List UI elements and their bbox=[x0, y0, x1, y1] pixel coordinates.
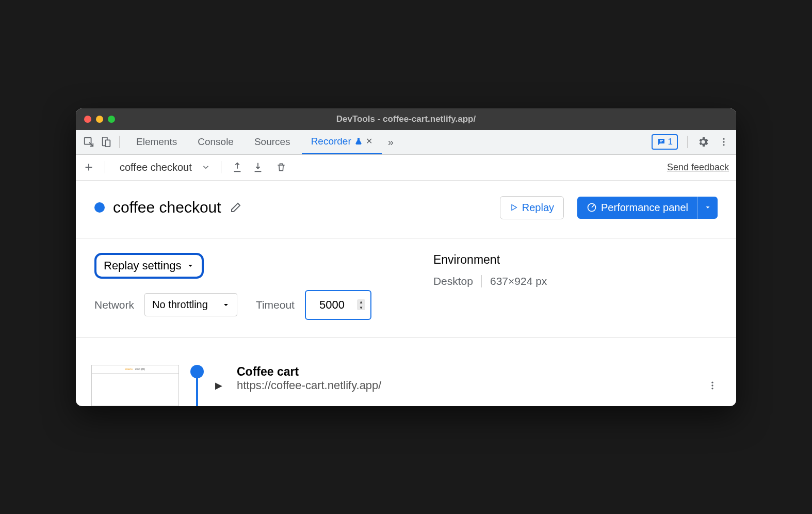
titlebar: DevTools - coffee-cart.netlify.app/ bbox=[76, 108, 736, 130]
step-title: Coffee cart bbox=[237, 365, 381, 379]
svg-point-7 bbox=[723, 144, 724, 146]
replay-button[interactable]: Replay bbox=[500, 196, 564, 219]
environment-col: Environment Desktop 637×924 px bbox=[433, 253, 547, 320]
close-tab-icon[interactable]: ✕ bbox=[366, 136, 372, 146]
new-recording-icon[interactable] bbox=[83, 162, 94, 173]
environment-dimensions: 637×924 px bbox=[490, 275, 547, 287]
minimize-window-button[interactable] bbox=[96, 116, 103, 123]
tab-recorder[interactable]: Recorder ✕ bbox=[302, 130, 382, 154]
replay-settings-col: Replay settings Network No throttling Ti… bbox=[94, 253, 371, 320]
kebab-menu-icon[interactable] bbox=[719, 137, 729, 147]
recording-select-label: coffee checkout bbox=[116, 162, 196, 173]
play-icon bbox=[510, 203, 518, 212]
replay-button-label: Replay bbox=[522, 202, 554, 214]
recording-step: menucart (0) ▶ Coffee cart https://coffe… bbox=[76, 338, 736, 406]
svg-point-6 bbox=[723, 141, 724, 142]
step-thumbnail[interactable]: menucart (0) bbox=[91, 365, 179, 406]
issues-count: 1 bbox=[668, 137, 673, 147]
caret-down-icon bbox=[222, 302, 230, 308]
tab-elements[interactable]: Elements bbox=[127, 130, 186, 154]
recording-status-dot bbox=[94, 202, 105, 213]
step-up-icon[interactable]: ▲ bbox=[357, 299, 365, 304]
step-url: https://coffee-cart.netlify.app/ bbox=[237, 379, 381, 392]
settings-row: Network No throttling Timeout 5000 ▲ ▼ bbox=[94, 290, 371, 320]
recording-title: coffee checkout bbox=[113, 199, 221, 216]
svg-rect-2 bbox=[105, 140, 110, 147]
timeline-dot bbox=[190, 365, 204, 378]
expand-step-icon[interactable]: ▶ bbox=[215, 380, 222, 391]
svg-rect-4 bbox=[660, 141, 662, 142]
network-label: Network bbox=[94, 299, 134, 311]
step-text: Coffee cart https://coffee-cart.netlify.… bbox=[237, 365, 381, 392]
chat-icon bbox=[657, 137, 666, 147]
divider bbox=[481, 275, 482, 287]
environment-heading: Environment bbox=[433, 253, 547, 267]
devtools-tabbar: Elements Console Sources Recorder ✕ » 1 bbox=[76, 130, 736, 155]
delete-icon[interactable] bbox=[276, 162, 286, 173]
timeout-label: Timeout bbox=[256, 299, 295, 311]
traffic-lights bbox=[84, 116, 115, 123]
inspect-element-icon[interactable] bbox=[83, 136, 94, 148]
edit-title-icon[interactable] bbox=[230, 201, 242, 214]
more-tabs-icon[interactable]: » bbox=[388, 136, 394, 148]
settings-section: Replay settings Network No throttling Ti… bbox=[76, 238, 736, 338]
timeout-input[interactable]: 5000 ▲ ▼ bbox=[305, 290, 371, 320]
number-stepper[interactable]: ▲ ▼ bbox=[357, 299, 365, 310]
performance-panel-label: Performance panel bbox=[601, 202, 688, 214]
tab-label: Console bbox=[198, 136, 234, 148]
svg-rect-3 bbox=[660, 140, 663, 141]
tab-console[interactable]: Console bbox=[188, 130, 243, 154]
replay-settings-label: Replay settings bbox=[104, 259, 181, 272]
issues-badge[interactable]: 1 bbox=[652, 134, 678, 150]
window-title: DevTools - coffee-cart.netlify.app/ bbox=[336, 114, 476, 124]
tab-sources[interactable]: Sources bbox=[245, 130, 300, 154]
settings-icon[interactable] bbox=[697, 136, 709, 148]
gauge-icon bbox=[587, 202, 597, 213]
export-icon[interactable] bbox=[232, 162, 243, 173]
timeout-value: 5000 bbox=[319, 298, 345, 312]
performance-dropdown-button[interactable] bbox=[697, 197, 718, 219]
network-value: No throttling bbox=[152, 299, 208, 311]
divider bbox=[105, 161, 105, 173]
maximize-window-button[interactable] bbox=[108, 116, 115, 123]
svg-point-11 bbox=[711, 388, 713, 389]
recording-header: coffee checkout Replay Performance panel bbox=[76, 181, 736, 238]
devtools-window: DevTools - coffee-cart.netlify.app/ Elem… bbox=[76, 108, 736, 406]
divider bbox=[221, 161, 221, 173]
device-toolbar-icon[interactable] bbox=[101, 136, 112, 148]
send-feedback-link[interactable]: Send feedback bbox=[667, 162, 729, 173]
divider bbox=[119, 136, 120, 148]
replay-settings-toggle[interactable]: Replay settings bbox=[94, 253, 204, 279]
divider bbox=[687, 136, 688, 148]
step-menu-icon[interactable] bbox=[707, 380, 718, 391]
step-down-icon[interactable]: ▼ bbox=[357, 305, 365, 310]
recorder-toolbar: coffee checkout Send feedback bbox=[76, 155, 736, 181]
svg-point-10 bbox=[711, 384, 713, 386]
tab-label: Recorder bbox=[311, 136, 351, 147]
caret-down-icon bbox=[186, 263, 194, 269]
import-icon[interactable] bbox=[252, 162, 264, 173]
performance-panel-button[interactable]: Performance panel bbox=[577, 197, 697, 219]
chevron-down-icon[interactable] bbox=[201, 163, 210, 172]
flask-icon bbox=[354, 137, 363, 146]
close-window-button[interactable] bbox=[84, 116, 91, 123]
network-throttling-select[interactable]: No throttling bbox=[144, 293, 237, 316]
environment-device: Desktop bbox=[433, 275, 473, 287]
tab-label: Sources bbox=[254, 136, 290, 148]
tab-label: Elements bbox=[136, 136, 177, 148]
svg-point-5 bbox=[723, 138, 724, 140]
svg-point-9 bbox=[711, 381, 713, 383]
caret-down-icon bbox=[704, 204, 711, 211]
